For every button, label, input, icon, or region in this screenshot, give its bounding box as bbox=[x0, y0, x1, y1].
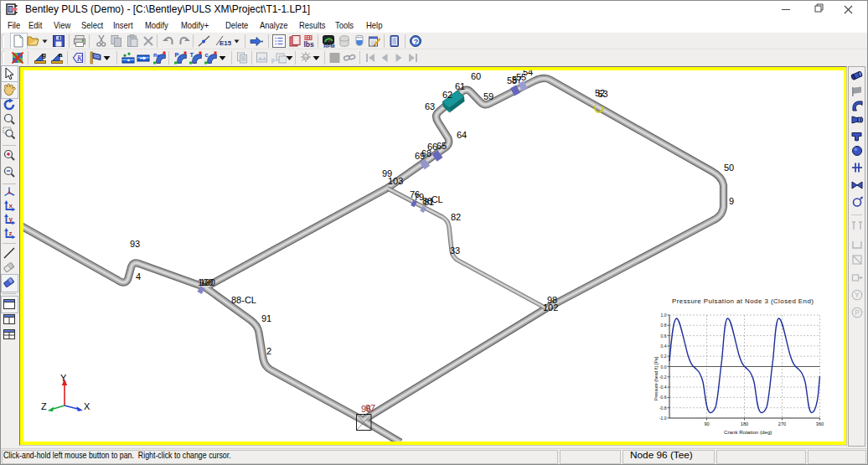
svg-text:z: z bbox=[9, 230, 13, 237]
svg-text:g: g bbox=[42, 51, 46, 59]
svg-text:Hz: Hz bbox=[304, 55, 310, 60]
svg-text:Re: Re bbox=[153, 53, 160, 58]
svg-text:K: K bbox=[76, 54, 84, 63]
svg-text:c: c bbox=[205, 51, 209, 59]
svg-text:RPM: RPM bbox=[323, 44, 334, 49]
svg-text:p: p bbox=[271, 57, 275, 64]
svg-text:lbs: lbs bbox=[304, 40, 315, 49]
svg-text:E15: E15 bbox=[220, 39, 231, 47]
svg-text:a: a bbox=[59, 51, 63, 59]
svg-text:P: P bbox=[175, 51, 179, 59]
svg-text:Y: Y bbox=[855, 291, 860, 299]
svg-text:x: x bbox=[9, 202, 13, 209]
svg-text:T: T bbox=[190, 51, 194, 59]
svg-text:?: ? bbox=[414, 37, 419, 46]
svg-text:P: P bbox=[855, 308, 860, 317]
svg-text:y: y bbox=[9, 215, 13, 223]
